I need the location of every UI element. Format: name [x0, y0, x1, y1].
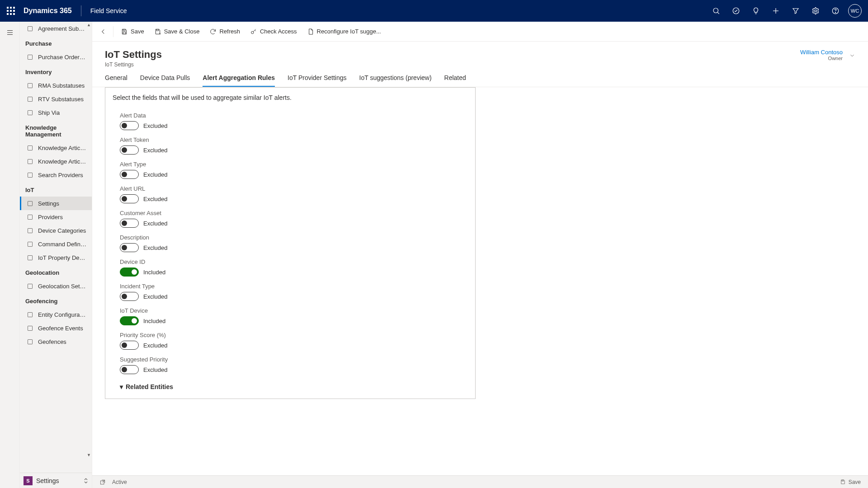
svg-rect-25 [28, 312, 32, 317]
top-bar: Dynamics 365 Field Service WC [0, 0, 868, 22]
toggle-switch[interactable] [120, 243, 139, 252]
sidebar-item[interactable]: Geolocation Setti... [20, 279, 92, 293]
owner-role: Owner [800, 56, 843, 61]
sidebar-item[interactable]: Entity Configurati... [20, 308, 92, 321]
owner-block[interactable]: William Contoso Owner [800, 49, 843, 61]
toggle-switch[interactable] [120, 316, 139, 325]
owner-name: William Contoso [800, 49, 843, 56]
toggle-switch[interactable] [120, 194, 139, 203]
svg-rect-30 [156, 29, 159, 30]
back-button[interactable] [97, 25, 110, 38]
sidebar-item-label: RMA Substatuses [38, 82, 85, 89]
sidebar-item[interactable]: IoT Property Defin... [20, 251, 92, 264]
sidebar-item-label: Search Providers [38, 172, 83, 178]
sidebar-item-label: Knowledge Article... [38, 158, 86, 165]
sidebar-item[interactable]: Device Categories [20, 224, 92, 237]
sidebar-item[interactable]: Providers [20, 210, 92, 224]
key-icon [250, 28, 257, 35]
area-switcher[interactable]: S Settings [20, 473, 92, 488]
toggle-switch[interactable] [120, 121, 139, 130]
nav-item-icon [26, 171, 33, 178]
save-close-icon [154, 28, 161, 35]
save-mini-icon [840, 479, 846, 485]
refresh-icon [209, 28, 217, 35]
sidebar-item[interactable]: Search Providers [20, 168, 92, 182]
sidebar-item[interactable]: Purchase Order S... [20, 50, 92, 64]
field-label: Suggested Priority [120, 356, 461, 363]
user-avatar[interactable]: WC [848, 4, 862, 18]
help-icon[interactable] [826, 0, 845, 22]
nav-item-icon [26, 311, 33, 318]
svg-rect-17 [28, 159, 32, 164]
check-access-button[interactable]: Check Access [245, 25, 302, 38]
sidebar-item[interactable]: RMA Substatuses [20, 79, 92, 92]
save-close-button[interactable]: Save & Close [150, 25, 204, 38]
sidebar-scroll-down[interactable]: ▼ [87, 453, 91, 457]
related-entities-header[interactable]: ▾Related Entities [120, 383, 461, 390]
top-divider [81, 5, 81, 16]
sidebar-scroll-up[interactable]: ▲ [87, 23, 91, 27]
toggle-switch[interactable] [120, 219, 139, 228]
sidebar-item[interactable]: Settings [20, 197, 92, 210]
toggle-switch[interactable] [120, 170, 139, 179]
sidebar-item[interactable]: Knowledge Article... [20, 155, 92, 168]
app-launcher[interactable] [4, 4, 18, 18]
panel-hint: Select the fields that will be used to a… [105, 88, 475, 108]
hamburger-button[interactable] [3, 25, 17, 40]
sidebar-item-label: Agreement Subst... [38, 25, 86, 32]
status-save-button[interactable]: Save [840, 479, 861, 485]
sidebar-item[interactable]: Agreement Subst... [20, 22, 92, 35]
page-header: IoT Settings IoT Settings William Contos… [92, 42, 868, 68]
toggle-switch[interactable] [120, 365, 139, 374]
field-label: IoT Device [120, 307, 461, 314]
sidebar-item[interactable]: Ship Via [20, 106, 92, 119]
svg-rect-28 [123, 29, 125, 30]
cmd-separator [113, 26, 113, 37]
search-icon[interactable] [706, 0, 726, 22]
reconfigure-button[interactable]: Reconfigure IoT sugge... [302, 25, 386, 38]
filter-icon[interactable] [786, 0, 806, 22]
sidebar-group-title: Geofencing [20, 293, 92, 308]
sidebar: ▲ Agreement Subst...PurchasePurchase Ord… [20, 22, 92, 488]
sidebar-item[interactable]: Geofences [20, 335, 92, 348]
refresh-button[interactable]: Refresh [205, 25, 245, 38]
chevron-down-icon[interactable] [849, 52, 855, 59]
sidebar-item[interactable]: Command Definiti... [20, 237, 92, 251]
svg-rect-33 [842, 480, 844, 481]
tab[interactable]: Device Data Pulls [140, 74, 190, 87]
nav-item-icon [26, 25, 33, 32]
sidebar-item-label: Device Categories [38, 227, 86, 234]
toggle-switch[interactable] [120, 267, 139, 277]
status-bar: Active Save [92, 475, 868, 488]
page-subtitle: IoT Settings [105, 61, 162, 68]
lightbulb-icon[interactable] [746, 0, 766, 22]
sidebar-item[interactable]: Geofence Events [20, 321, 92, 335]
tab[interactable]: IoT suggestions (preview) [359, 74, 432, 87]
nav-item-icon [26, 82, 33, 89]
svg-rect-27 [28, 339, 32, 344]
field-row: Incident TypeExcluded [120, 283, 461, 301]
command-bar: Save Save & Close Refresh Check Access R… [92, 22, 868, 42]
open-new-window-icon[interactable] [99, 479, 106, 485]
tab[interactable]: Alert Aggregation Rules [203, 74, 275, 87]
sidebar-item[interactable]: RTV Substatuses [20, 92, 92, 106]
toggle-switch[interactable] [120, 341, 139, 350]
plus-icon[interactable] [766, 0, 786, 22]
sidebar-group-title: Knowledge Management [20, 119, 92, 141]
save-button[interactable]: Save [116, 25, 149, 38]
field-row: Alert URLExcluded [120, 185, 461, 203]
tab[interactable]: IoT Provider Settings [288, 74, 346, 87]
sidebar-item[interactable]: Knowledge Articles [20, 141, 92, 155]
toggle-switch[interactable] [120, 292, 139, 301]
svg-rect-26 [28, 326, 32, 330]
toggle-switch[interactable] [120, 145, 139, 155]
tab[interactable]: Related [444, 74, 466, 87]
svg-rect-22 [28, 242, 32, 246]
module-label[interactable]: Field Service [90, 7, 127, 14]
tab[interactable]: General [105, 74, 127, 87]
svg-rect-11 [28, 26, 32, 31]
task-icon[interactable] [726, 0, 746, 22]
sidebar-group-title: Purchase [20, 35, 92, 50]
gear-icon[interactable] [806, 0, 826, 22]
field-label: Device ID [120, 258, 461, 265]
